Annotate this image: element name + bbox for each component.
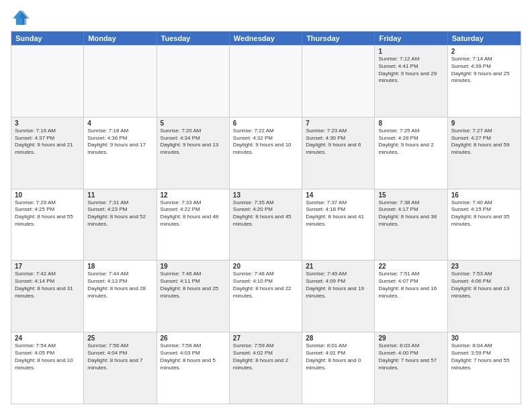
day-number: 11 <box>87 191 152 199</box>
calendar-cell-empty-3 <box>230 46 302 117</box>
day-number: 27 <box>233 334 298 342</box>
calendar: SundayMondayTuesdayWednesdayThursdayFrid… <box>11 31 521 404</box>
calendar-cell-21: 21Sunrise: 7:49 AM Sunset: 4:09 PM Dayli… <box>302 261 375 332</box>
calendar-cell-26: 26Sunrise: 7:58 AM Sunset: 4:03 PM Dayli… <box>157 332 230 404</box>
day-info: Sunrise: 7:53 AM Sunset: 4:06 PM Dayligh… <box>451 271 517 300</box>
day-number: 6 <box>233 120 298 127</box>
day-number: 20 <box>233 263 298 270</box>
day-number: 19 <box>161 263 226 270</box>
day-info: Sunrise: 7:59 AM Sunset: 4:02 PM Dayligh… <box>233 342 298 371</box>
day-of-week-friday: Friday <box>375 32 447 45</box>
calendar-cell-3: 3Sunrise: 7:16 AM Sunset: 4:37 PM Daylig… <box>11 118 84 189</box>
calendar-cell-empty-4 <box>302 46 375 117</box>
day-info: Sunrise: 7:18 AM Sunset: 4:36 PM Dayligh… <box>87 128 152 156</box>
day-info: Sunrise: 7:25 AM Sunset: 4:28 PM Dayligh… <box>378 128 443 156</box>
day-number: 7 <box>306 120 371 127</box>
day-info: Sunrise: 7:49 AM Sunset: 4:09 PM Dayligh… <box>306 271 371 300</box>
day-info: Sunrise: 7:12 AM Sunset: 4:41 PM Dayligh… <box>378 56 443 85</box>
day-number: 23 <box>451 263 517 270</box>
calendar-cell-empty-1 <box>84 46 157 117</box>
calendar-cell-28: 28Sunrise: 8:01 AM Sunset: 4:01 PM Dayli… <box>302 332 375 404</box>
calendar-cell-empty-0 <box>11 46 84 117</box>
day-info: Sunrise: 7:44 AM Sunset: 4:13 PM Dayligh… <box>87 271 152 300</box>
day-info: Sunrise: 7:38 AM Sunset: 4:17 PM Dayligh… <box>378 199 443 228</box>
day-of-week-wednesday: Wednesday <box>230 32 302 45</box>
day-of-week-tuesday: Tuesday <box>157 32 230 45</box>
day-number: 1 <box>378 48 443 55</box>
day-number: 10 <box>15 191 80 199</box>
day-info: Sunrise: 8:01 AM Sunset: 4:01 PM Dayligh… <box>306 342 371 371</box>
day-number: 22 <box>378 263 443 270</box>
day-number: 5 <box>161 120 226 127</box>
page: SundayMondayTuesdayWednesdayThursdayFrid… <box>0 0 532 411</box>
calendar-cell-empty-2 <box>157 46 230 117</box>
calendar-row-1: 3Sunrise: 7:16 AM Sunset: 4:37 PM Daylig… <box>11 117 521 189</box>
day-info: Sunrise: 8:04 AM Sunset: 3:59 PM Dayligh… <box>451 342 517 371</box>
calendar-cell-4: 4Sunrise: 7:18 AM Sunset: 4:36 PM Daylig… <box>84 118 157 189</box>
calendar-row-3: 17Sunrise: 7:42 AM Sunset: 4:14 PM Dayli… <box>11 260 521 332</box>
calendar-cell-2: 2Sunrise: 7:14 AM Sunset: 4:39 PM Daylig… <box>448 46 521 117</box>
calendar-cell-8: 8Sunrise: 7:25 AM Sunset: 4:28 PM Daylig… <box>375 118 447 189</box>
day-info: Sunrise: 7:37 AM Sunset: 4:18 PM Dayligh… <box>306 199 371 228</box>
calendar-cell-27: 27Sunrise: 7:59 AM Sunset: 4:02 PM Dayli… <box>230 332 302 404</box>
day-info: Sunrise: 7:46 AM Sunset: 4:11 PM Dayligh… <box>161 271 226 300</box>
day-number: 21 <box>306 263 371 270</box>
day-number: 13 <box>233 191 298 199</box>
calendar-cell-11: 11Sunrise: 7:31 AM Sunset: 4:23 PM Dayli… <box>84 189 157 261</box>
calendar-cell-23: 23Sunrise: 7:53 AM Sunset: 4:06 PM Dayli… <box>448 261 521 332</box>
day-info: Sunrise: 7:22 AM Sunset: 4:32 PM Dayligh… <box>233 128 298 156</box>
logo-icon <box>11 8 30 27</box>
calendar-cell-17: 17Sunrise: 7:42 AM Sunset: 4:14 PM Dayli… <box>11 261 84 332</box>
day-info: Sunrise: 7:51 AM Sunset: 4:07 PM Dayligh… <box>378 271 443 300</box>
calendar-header: SundayMondayTuesdayWednesdayThursdayFrid… <box>11 32 521 45</box>
day-number: 18 <box>87 263 152 270</box>
calendar-body: 1Sunrise: 7:12 AM Sunset: 4:41 PM Daylig… <box>11 45 521 404</box>
day-number: 29 <box>378 334 443 342</box>
day-info: Sunrise: 7:14 AM Sunset: 4:39 PM Dayligh… <box>451 56 517 85</box>
day-number: 17 <box>15 263 80 270</box>
calendar-cell-12: 12Sunrise: 7:33 AM Sunset: 4:22 PM Dayli… <box>157 189 230 261</box>
day-number: 30 <box>451 334 517 342</box>
day-number: 9 <box>451 120 517 127</box>
day-info: Sunrise: 7:42 AM Sunset: 4:14 PM Dayligh… <box>15 271 80 300</box>
day-info: Sunrise: 7:31 AM Sunset: 4:23 PM Dayligh… <box>87 199 152 228</box>
calendar-cell-16: 16Sunrise: 7:40 AM Sunset: 4:15 PM Dayli… <box>448 189 521 261</box>
calendar-cell-15: 15Sunrise: 7:38 AM Sunset: 4:17 PM Dayli… <box>375 189 447 261</box>
day-of-week-saturday: Saturday <box>448 32 521 45</box>
day-info: Sunrise: 7:33 AM Sunset: 4:22 PM Dayligh… <box>161 199 226 228</box>
day-number: 2 <box>451 48 517 55</box>
calendar-cell-6: 6Sunrise: 7:22 AM Sunset: 4:32 PM Daylig… <box>230 118 302 189</box>
day-of-week-sunday: Sunday <box>11 32 84 45</box>
day-number: 16 <box>451 191 517 199</box>
calendar-cell-22: 22Sunrise: 7:51 AM Sunset: 4:07 PM Dayli… <box>375 261 447 332</box>
day-info: Sunrise: 7:20 AM Sunset: 4:34 PM Dayligh… <box>161 128 226 156</box>
calendar-cell-25: 25Sunrise: 7:56 AM Sunset: 4:04 PM Dayli… <box>84 332 157 404</box>
day-number: 4 <box>87 120 152 127</box>
calendar-cell-20: 20Sunrise: 7:48 AM Sunset: 4:10 PM Dayli… <box>230 261 302 332</box>
day-info: Sunrise: 7:23 AM Sunset: 4:30 PM Dayligh… <box>306 128 371 156</box>
calendar-cell-1: 1Sunrise: 7:12 AM Sunset: 4:41 PM Daylig… <box>375 46 447 117</box>
day-info: Sunrise: 7:29 AM Sunset: 4:25 PM Dayligh… <box>15 199 80 228</box>
calendar-cell-13: 13Sunrise: 7:35 AM Sunset: 4:20 PM Dayli… <box>230 189 302 261</box>
day-number: 8 <box>378 120 443 127</box>
day-info: Sunrise: 7:56 AM Sunset: 4:04 PM Dayligh… <box>87 342 152 371</box>
day-of-week-monday: Monday <box>84 32 157 45</box>
day-info: Sunrise: 7:54 AM Sunset: 4:05 PM Dayligh… <box>15 342 80 371</box>
calendar-cell-18: 18Sunrise: 7:44 AM Sunset: 4:13 PM Dayli… <box>84 261 157 332</box>
calendar-cell-29: 29Sunrise: 8:03 AM Sunset: 4:00 PM Dayli… <box>375 332 447 404</box>
day-info: Sunrise: 7:35 AM Sunset: 4:20 PM Dayligh… <box>233 199 298 228</box>
calendar-cell-14: 14Sunrise: 7:37 AM Sunset: 4:18 PM Dayli… <box>302 189 375 261</box>
logo <box>11 8 32 27</box>
calendar-cell-24: 24Sunrise: 7:54 AM Sunset: 4:05 PM Dayli… <box>11 332 84 404</box>
calendar-cell-7: 7Sunrise: 7:23 AM Sunset: 4:30 PM Daylig… <box>302 118 375 189</box>
day-of-week-thursday: Thursday <box>302 32 375 45</box>
calendar-cell-5: 5Sunrise: 7:20 AM Sunset: 4:34 PM Daylig… <box>157 118 230 189</box>
calendar-row-2: 10Sunrise: 7:29 AM Sunset: 4:25 PM Dayli… <box>11 189 521 261</box>
day-number: 3 <box>15 120 80 127</box>
day-info: Sunrise: 7:40 AM Sunset: 4:15 PM Dayligh… <box>451 199 517 228</box>
day-number: 14 <box>306 191 371 199</box>
calendar-cell-9: 9Sunrise: 7:27 AM Sunset: 4:27 PM Daylig… <box>448 118 521 189</box>
calendar-row-4: 24Sunrise: 7:54 AM Sunset: 4:05 PM Dayli… <box>11 332 521 404</box>
calendar-cell-30: 30Sunrise: 8:04 AM Sunset: 3:59 PM Dayli… <box>448 332 521 404</box>
day-info: Sunrise: 7:48 AM Sunset: 4:10 PM Dayligh… <box>233 271 298 300</box>
